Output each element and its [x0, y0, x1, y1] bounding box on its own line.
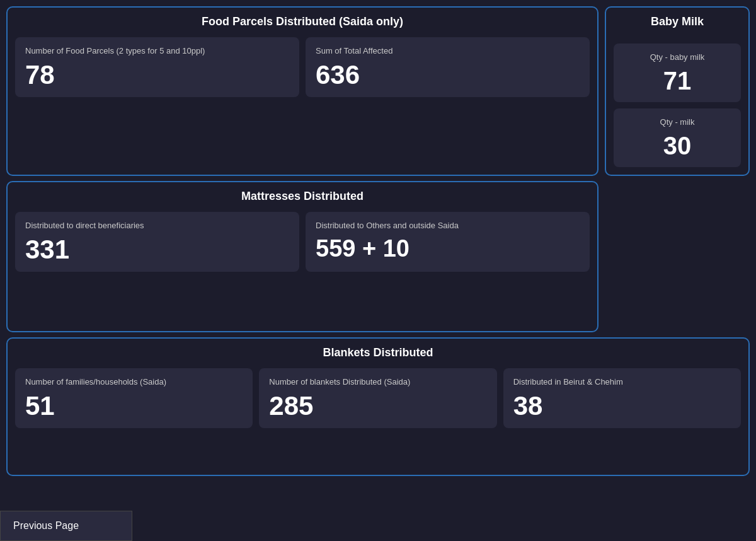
- others-outside-label: Distributed to Others and outside Saida: [316, 221, 580, 231]
- beirut-chehim-box: Distributed in Beirut & Chehim 38: [503, 368, 741, 428]
- total-affected-box: Sum of Total Affected 636: [306, 37, 590, 97]
- food-parcels-title: Food Parcels Distributed (Saida only): [15, 15, 590, 28]
- baby-milk-title: Baby Milk: [614, 15, 741, 28]
- families-households-label: Number of families/households (Saida): [25, 377, 243, 388]
- direct-beneficiaries-box: Distributed to direct beneficiaries 331: [15, 212, 299, 272]
- baby-milk-qty-value: 71: [624, 68, 731, 93]
- families-households-value: 51: [25, 393, 243, 419]
- page-wrapper: Food Parcels Distributed (Saida only) Nu…: [0, 0, 756, 541]
- mattresses-title: Mattresses Distributed: [15, 190, 590, 203]
- middle-row: Mattresses Distributed Distributed to di…: [6, 181, 750, 332]
- bottom-row: Blankets Distributed Number of families/…: [6, 337, 750, 476]
- baby-milk-qty-box: Qty - baby milk 71: [614, 44, 741, 102]
- top-row: Food Parcels Distributed (Saida only) Nu…: [6, 6, 750, 176]
- milk-qty-box: Qty - milk 30: [614, 108, 741, 167]
- food-parcels-metrics: Number of Food Parcels (2 types for 5 an…: [15, 37, 590, 97]
- others-outside-box: Distributed to Others and outside Saida …: [306, 212, 590, 272]
- previous-page-button[interactable]: Previous Page: [0, 511, 132, 541]
- mattresses-metrics: Distributed to direct beneficiaries 331 …: [15, 212, 590, 272]
- blankets-distributed-label: Number of blankets Distributed (Saida): [269, 377, 486, 388]
- mattresses-card: Mattresses Distributed Distributed to di…: [6, 181, 598, 332]
- milk-qty-label: Qty - milk: [624, 117, 731, 128]
- baby-milk-qty-label: Qty - baby milk: [624, 52, 731, 63]
- others-outside-value: 559 + 10: [316, 236, 580, 260]
- food-parcels-count-label: Number of Food Parcels (2 types for 5 an…: [25, 46, 289, 57]
- food-parcels-count-value: 78: [25, 62, 289, 88]
- milk-qty-value: 30: [624, 133, 731, 158]
- middle-right-spacer: [605, 181, 750, 332]
- food-parcels-count-box: Number of Food Parcels (2 types for 5 an…: [15, 37, 299, 97]
- blankets-title: Blankets Distributed: [15, 346, 741, 359]
- food-parcels-card: Food Parcels Distributed (Saida only) Nu…: [6, 6, 598, 176]
- beirut-chehim-label: Distributed in Beirut & Chehim: [513, 377, 731, 388]
- baby-milk-card: Baby Milk Qty - baby milk 71 Qty - milk …: [605, 6, 750, 176]
- total-affected-value: 636: [316, 62, 580, 88]
- blankets-distributed-value: 285: [269, 393, 486, 419]
- beirut-chehim-value: 38: [513, 393, 731, 419]
- total-affected-label: Sum of Total Affected: [316, 46, 580, 57]
- blankets-distributed-box: Number of blankets Distributed (Saida) 2…: [259, 368, 496, 428]
- direct-beneficiaries-label: Distributed to direct beneficiaries: [25, 221, 289, 231]
- direct-beneficiaries-value: 331: [25, 236, 289, 263]
- blankets-metrics: Number of families/households (Saida) 51…: [15, 368, 741, 428]
- blankets-card: Blankets Distributed Number of families/…: [6, 337, 750, 476]
- families-households-box: Number of families/households (Saida) 51: [15, 368, 253, 428]
